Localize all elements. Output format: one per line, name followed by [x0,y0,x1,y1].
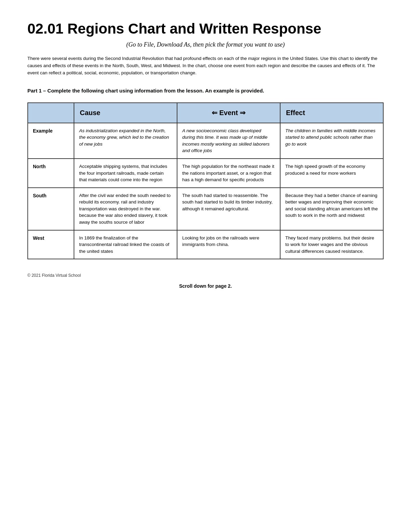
cell-cause: Acceptable shipping systems, that includ… [74,159,177,188]
cell-event: A new socioeconomic class developed duri… [177,123,280,159]
header-region [28,103,74,123]
header-cause: Cause [74,103,177,123]
cell-effect: They faced many problems. but their desi… [280,230,383,259]
cell-region: West [28,230,74,259]
table-row: WestIn 1869 the finalization of the tran… [28,230,383,259]
cell-region: North [28,159,74,188]
table-row: NorthAcceptable shipping systems, that i… [28,159,383,188]
table-header-row: Cause ⇐ Event ⇒ Effect [28,103,383,123]
table-row: SouthAfter the civil war ended the south… [28,188,383,230]
header-effect: Effect [280,103,383,123]
regions-chart: Cause ⇐ Event ⇒ Effect ExampleAs industr… [27,102,384,259]
cell-cause: After the civil war ended the south need… [74,188,177,230]
cell-region: Example [28,123,74,159]
part-heading: Part 1 – Complete the following chart us… [27,87,384,94]
page-title: 02.01 Regions Chart and Written Response [27,21,384,37]
cell-cause: In 1869 the finalization of the transcon… [74,230,177,259]
cell-cause: As industrialization expanded in the Nor… [74,123,177,159]
subtitle: (Go to File, Download As, then pick the … [27,41,384,48]
header-event: ⇐ Event ⇒ [177,103,280,123]
table-row: ExampleAs industrialization expanded in … [28,123,383,159]
cell-effect: Because they had a better chance of earn… [280,188,383,230]
cell-effect: The high speed growth of the economy pro… [280,159,383,188]
cell-event: Looking for jobs on the railroads were i… [177,230,280,259]
cell-event: The high population for the northeast ma… [177,159,280,188]
copyright: © 2021 Florida Virtual School [27,273,384,278]
cell-event: The south had started to reassemble. The… [177,188,280,230]
cell-effect: The children in families with middle inc… [280,123,383,159]
scroll-notice: Scroll down for page 2. [27,283,384,289]
intro-text: There were several events during the Sec… [27,55,384,77]
cell-region: South [28,188,74,230]
